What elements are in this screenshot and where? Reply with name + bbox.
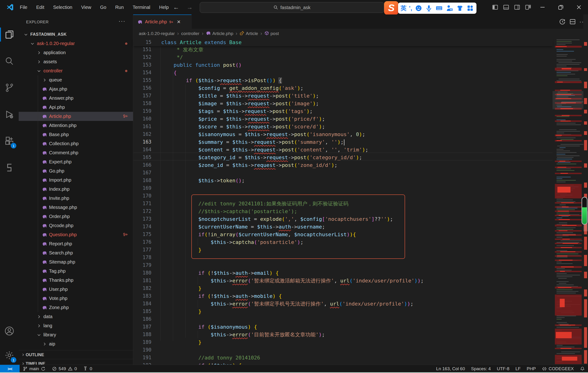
menu-selection[interactable]: Selection (49, 0, 77, 14)
ime-emoji-icon[interactable] (415, 4, 423, 12)
tree-item-library[interactable]: library (19, 330, 133, 339)
menu-terminal[interactable]: Terminal (128, 0, 155, 14)
tree-item-collection-php[interactable]: Collection.php (19, 139, 133, 148)
menu-view[interactable]: View (77, 0, 96, 14)
activity-run-debug-icon[interactable] (0, 104, 19, 125)
php-icon (42, 269, 47, 274)
tree-item-index-php[interactable]: Index.php (19, 185, 133, 194)
tree-item-zone-php[interactable]: Zone.php (19, 303, 133, 312)
activity-settings-icon[interactable]: 1 (0, 344, 19, 366)
tree-item-answer-php[interactable]: Answer.php (19, 94, 133, 103)
chevron-right-icon (36, 50, 42, 55)
problems-item[interactable]: 549 0 (49, 365, 80, 373)
tree-item-data[interactable]: data (19, 312, 133, 321)
ime-wubi-icon[interactable]: 40 (445, 4, 453, 12)
tree-item-lang[interactable]: lang (19, 321, 133, 330)
breadcrumb-item[interactable]: controller (181, 31, 200, 36)
ime-punctuation-icon[interactable]: ’, (409, 5, 412, 12)
codegeex-item[interactable]: CODEGEEX (539, 365, 577, 373)
tree-item-aip[interactable]: aip (19, 339, 133, 349)
nav-back-button[interactable]: ← (169, 0, 183, 14)
sticky-scroll-line[interactable]: 15class Article extends Base (133, 39, 553, 46)
tree-item-api-php[interactable]: Api.php (19, 103, 133, 112)
ime-skin-icon[interactable] (456, 4, 464, 12)
activity-search-icon[interactable] (0, 50, 19, 72)
activity-account-icon[interactable] (0, 320, 19, 342)
ime-keyboard-icon[interactable] (435, 4, 443, 12)
tree-item-message-php[interactable]: Message.php (19, 203, 133, 212)
nav-forward-button[interactable]: → (183, 0, 197, 14)
eol-item[interactable]: LF (512, 365, 524, 373)
language-mode-item[interactable]: PHP (524, 365, 539, 373)
tree-item-order-php[interactable]: Order.php (19, 212, 133, 221)
activity-explorer-icon[interactable] (0, 24, 19, 45)
breadcrumb-item[interactable]: Article (240, 31, 258, 37)
tree-item-attention-php[interactable]: Attention.php (19, 121, 133, 130)
ime-toolbox-icon[interactable] (466, 4, 474, 12)
tree-item-queue[interactable]: queue (19, 75, 133, 85)
git-branch-item[interactable]: main (20, 365, 49, 373)
ports-item[interactable]: 0 (80, 365, 95, 373)
tree-item-thanks-php[interactable]: Thanks.php (19, 276, 133, 285)
command-center-search[interactable]: fastadmin_ask (200, 2, 384, 13)
tree-item-vote-php[interactable]: Vote.php (19, 294, 133, 303)
notifications-item[interactable] (577, 365, 588, 373)
ime-voice-icon[interactable] (425, 4, 433, 12)
tree-item-base-php[interactable]: Base.php (19, 130, 133, 139)
cursor-position-item[interactable]: Ln 163, Col 60 (433, 365, 468, 373)
scroll-position-indicator[interactable] (581, 197, 588, 225)
encoding-item[interactable]: UTF-8 (494, 365, 512, 373)
tab-article-php[interactable]: Article.php 9+ × (133, 14, 192, 29)
tree-item-fastadmin-ask[interactable]: FASTADMIN_ASK (19, 30, 133, 39)
activity-source-control-icon[interactable] (0, 77, 19, 98)
customize-layout-icon[interactable] (522, 0, 533, 14)
tab-close-icon[interactable]: × (177, 18, 181, 25)
restore-button[interactable] (552, 0, 570, 14)
tree-item-report-php[interactable]: Report.php (19, 239, 133, 248)
close-button[interactable] (570, 0, 588, 14)
tree-item-article-php[interactable]: Article.php9+ (19, 112, 133, 121)
split-editor-icon[interactable] (569, 18, 576, 25)
menu-edit[interactable]: Edit (32, 0, 49, 14)
tree-item-application[interactable]: application (19, 48, 133, 57)
menu-go[interactable]: Go (96, 0, 111, 14)
tree-item-qrcode-php[interactable]: Qrcode.php (19, 221, 133, 230)
tree-item-invite-php[interactable]: Invite.php (19, 194, 133, 203)
tree-item-assets[interactable]: assets (19, 57, 133, 66)
minimap-slider[interactable] (553, 91, 583, 109)
minimap[interactable] (553, 39, 583, 364)
explorer-more-actions-icon[interactable]: ··· (118, 18, 126, 24)
activity-codegeex-icon[interactable] (0, 157, 19, 178)
tree-item-go-php[interactable]: Go.php (19, 166, 133, 176)
menu-run[interactable]: Run (111, 0, 128, 14)
sogou-ime-logo[interactable]: S (384, 1, 399, 15)
breadcrumb-item[interactable]: post (264, 31, 279, 37)
menu-file[interactable]: File (15, 0, 32, 14)
breadcrumb-item[interactable]: ask-1.0.20-regular (139, 31, 175, 36)
tree-item-sitemap-php[interactable]: Sitemap.php (19, 257, 133, 266)
timeline-history-icon[interactable] (559, 18, 566, 25)
tree-item-comment-php[interactable]: Comment.php (19, 148, 133, 157)
tree-item-question-php[interactable]: Question.php9+ (19, 230, 133, 239)
ime-language-mode[interactable]: 英 (400, 4, 407, 12)
tree-item-search-php[interactable]: Search.php (19, 248, 133, 257)
outline-section-header[interactable]: OUTLINE (19, 350, 133, 359)
toggle-panel-icon[interactable] (501, 0, 512, 14)
tree-item-controller[interactable]: controller (19, 66, 133, 75)
overview-ruler[interactable] (583, 14, 588, 365)
indentation-item[interactable]: Spaces: 4 (468, 365, 494, 373)
tree-item-ajax-php[interactable]: Ajax.php (19, 85, 133, 94)
tree-item-import-php[interactable]: Import.php (19, 176, 133, 185)
tree-item-tag-php[interactable]: Tag.php (19, 266, 133, 276)
remote-indicator[interactable]: >< (0, 365, 20, 373)
activity-extensions-icon[interactable]: 1 (0, 130, 19, 152)
line-number: 154 (133, 69, 151, 76)
minimize-button[interactable] (533, 0, 552, 14)
toggle-secondary-sidebar-icon[interactable] (512, 0, 522, 14)
tree-item-ask-1-0-20-regular[interactable]: ask-1.0.20-regular (19, 39, 133, 48)
breadcrumb-item[interactable]: Article.php (206, 31, 233, 37)
tree-item-expert-php[interactable]: Expert.php (19, 157, 133, 166)
timeline-section-header[interactable]: TIMELINE (19, 359, 133, 365)
tree-item-user-php[interactable]: User.php (19, 285, 133, 294)
toggle-sidebar-icon[interactable] (490, 0, 501, 14)
